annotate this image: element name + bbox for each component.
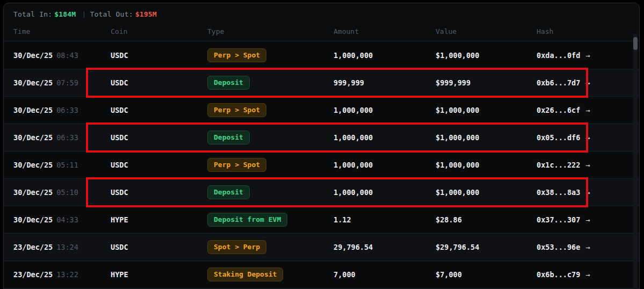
value-cell: $7,000: [436, 270, 537, 279]
total-out-label: Total Out:: [90, 10, 133, 18]
column-header-coin: Coin: [111, 27, 207, 36]
time-text: 05:10: [56, 188, 78, 197]
type-badge: Deposit: [207, 131, 250, 144]
coin-text: HYPE: [111, 215, 128, 224]
type-badge: Deposit from EVM: [207, 213, 287, 227]
time-cell: 30/Dec/2505:11: [13, 161, 111, 169]
hash-text: 0xb6...7d7: [537, 78, 580, 87]
hash-text: 0x53...96e: [537, 243, 580, 251]
external-arrow-icon: →: [585, 106, 590, 114]
hash-link[interactable]: 0xda...0fd→: [537, 51, 629, 60]
time-cell: 30/Dec/2506:33: [13, 133, 111, 142]
external-arrow-icon: →: [585, 51, 590, 60]
coin-text: USDC: [111, 106, 128, 114]
hash-text: 0x05...df6: [537, 133, 580, 142]
date-text: 30/Dec/25: [13, 106, 53, 114]
value-cell: $1,000,000: [436, 133, 537, 142]
date-text: 30/Dec/25: [13, 215, 53, 224]
type-badge: Perp > Spot: [207, 48, 266, 62]
type-cell: Deposit: [207, 76, 334, 90]
column-header-hash: Hash: [537, 27, 629, 36]
coin-cell: USDC: [111, 161, 207, 169]
hash-text: 0x26...6cf: [537, 106, 580, 114]
date-text: 23/Dec/25: [13, 243, 53, 251]
coin-cell: HYPE: [111, 270, 207, 279]
amount-cell: 1,000,000: [334, 161, 436, 169]
value-cell: $29,796.54: [436, 243, 537, 251]
value-cell: $1,000,000: [436, 51, 537, 60]
scrollbar-track[interactable]: [633, 34, 638, 289]
coin-text: USDC: [111, 78, 128, 87]
hash-link[interactable]: 0x38...8a3→: [537, 188, 629, 197]
table-row: 30/Dec/2506:33 USDC Deposit 1,000,000 $1…: [4, 124, 639, 151]
transfers-panel: Total In:$184M|Total Out:$195M Time Coin…: [3, 3, 640, 289]
column-header-time: Time: [13, 27, 111, 36]
time-cell: 23/Dec/2513:22: [13, 270, 111, 279]
external-arrow-icon: →: [585, 243, 590, 251]
hash-link[interactable]: 0x37...307→: [537, 215, 629, 224]
coin-cell: USDC: [111, 78, 207, 87]
total-out-value: $195M: [135, 10, 157, 18]
table-header: Time Coin Type Amount Value Hash: [4, 19, 639, 41]
value-cell: $28.86: [436, 215, 537, 224]
table-body: 30/Dec/2508:43 USDC Perp > Spot 1,000,00…: [4, 41, 639, 289]
type-cell: Spot > Perp: [207, 240, 334, 254]
hash-text: 0x1c...222: [537, 161, 580, 169]
time-cell: 23/Dec/2513:24: [13, 243, 111, 251]
time-text: 06:33: [56, 133, 78, 142]
time-text: 08:43: [56, 51, 78, 60]
table-row: 30/Dec/2504:33 HYPE Deposit from EVM 1.1…: [4, 206, 639, 233]
value-cell: $1,000,000: [436, 106, 537, 114]
totals-separator: |: [82, 10, 86, 18]
value-cell: $999,999: [436, 78, 537, 87]
external-arrow-icon: →: [585, 188, 590, 197]
time-text: 13:22: [56, 270, 78, 279]
date-text: 30/Dec/25: [13, 188, 53, 197]
amount-cell: 999,999: [334, 78, 436, 87]
external-arrow-icon: →: [585, 133, 590, 142]
type-cell: Perp > Spot: [207, 103, 334, 117]
date-text: 23/Dec/25: [13, 270, 53, 279]
hash-text: 0x37...307: [537, 215, 580, 224]
hash-link[interactable]: 0x05...df6→: [537, 133, 629, 142]
hash-link[interactable]: 0x53...96e→: [537, 243, 629, 251]
time-cell: 30/Dec/2507:59: [13, 78, 111, 87]
time-text: 07:59: [56, 78, 78, 87]
table-row: 30/Dec/2506:33 USDC Perp > Spot 1,000,00…: [4, 96, 639, 124]
hash-text: 0x38...8a3: [537, 188, 580, 197]
hash-link[interactable]: 0x6b...c79→: [537, 270, 629, 279]
hash-link[interactable]: 0xb6...7d7→: [537, 78, 629, 87]
scrollbar-thumb[interactable]: [633, 37, 638, 50]
date-text: 30/Dec/25: [13, 161, 53, 169]
date-text: 30/Dec/25: [13, 78, 53, 87]
table-row: 23/Dec/2513:24 USDC Spot > Perp 29,796.5…: [4, 233, 639, 261]
type-badge: Spot > Perp: [207, 240, 266, 254]
coin-cell: USDC: [111, 106, 207, 114]
hash-link[interactable]: 0x1c...222→: [537, 161, 629, 169]
total-in-value: $184M: [54, 10, 76, 18]
time-text: 13:24: [56, 243, 78, 251]
hash-text: 0x6b...c79: [537, 270, 580, 279]
total-in-label: Total In:: [13, 10, 52, 18]
amount-cell: 1,000,000: [334, 188, 436, 197]
external-arrow-icon: →: [585, 270, 590, 279]
amount-cell: 7,000: [334, 270, 436, 279]
external-arrow-icon: →: [585, 215, 590, 224]
type-cell: Perp > Spot: [207, 48, 334, 62]
hash-link[interactable]: 0x26...6cf→: [537, 106, 629, 114]
coin-cell: USDC: [111, 188, 207, 197]
type-cell: Deposit: [207, 185, 334, 199]
coin-text: USDC: [111, 161, 128, 169]
coin-text: USDC: [111, 188, 128, 197]
amount-cell: 1,000,000: [334, 106, 436, 114]
date-text: 30/Dec/25: [13, 133, 53, 142]
time-cell: 30/Dec/2506:33: [13, 106, 111, 114]
type-cell: Deposit from EVM: [207, 213, 334, 227]
time-cell: 30/Dec/2504:33: [13, 215, 111, 224]
coin-text: USDC: [111, 243, 128, 251]
type-badge: Perp > Spot: [207, 103, 266, 117]
totals-bar: Total In:$184M|Total Out:$195M: [4, 3, 639, 19]
value-cell: $1,000,000: [436, 188, 537, 197]
time-cell: 30/Dec/2508:43: [13, 51, 111, 60]
coin-text: HYPE: [111, 270, 128, 279]
